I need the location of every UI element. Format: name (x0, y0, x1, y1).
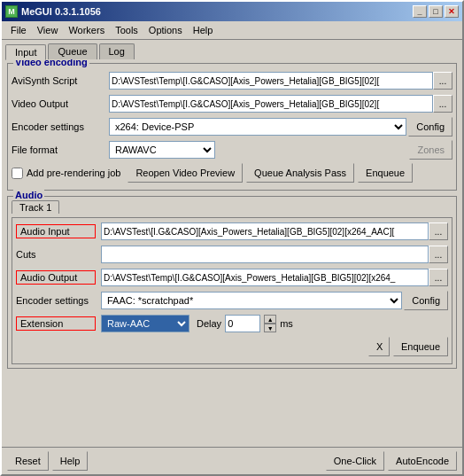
avisynth-input[interactable] (109, 72, 433, 90)
ms-label: ms (280, 318, 293, 329)
zones-button[interactable]: Zones (409, 140, 452, 160)
audio-output-row: Audio Output ... (16, 268, 448, 287)
video-encoding-label: Video encoding (13, 59, 89, 67)
file-format-dropdown[interactable]: RAWAVC (109, 141, 215, 159)
menu-help[interactable]: Help (188, 23, 219, 37)
tab-log[interactable]: Log (99, 43, 135, 59)
video-encoding-section: Video encoding AviSynth Script ... Video… (7, 63, 457, 191)
bottom-bar: Reset Help One-Click AutoEncode (2, 447, 462, 474)
reset-button[interactable]: Reset (7, 451, 49, 471)
video-output-row: Video Output ... (12, 94, 452, 113)
prerender-row: Add pre-rendering job Reopen Video Previ… (12, 163, 452, 183)
menu-options[interactable]: Options (143, 23, 188, 37)
audio-section: Audio Track 1 Audio Input ... Cuts (7, 196, 457, 369)
cuts-browse-button[interactable]: ... (429, 246, 448, 263)
file-format-row: File format RAWAVC Zones (12, 140, 452, 160)
audio-input-browse-button[interactable]: ... (429, 222, 448, 240)
menu-tools[interactable]: Tools (110, 23, 143, 37)
auto-encode-button[interactable]: AutoEncode (388, 451, 457, 471)
audio-encoder-dropdown[interactable]: FAAC: *scratchpad* (101, 292, 402, 309)
encoder-settings-row: Encoder settings x264: Device-PSP Config (12, 117, 452, 137)
maximize-button[interactable]: □ (429, 5, 443, 18)
track-1-tab[interactable]: Track 1 (12, 200, 59, 214)
delay-spinner[interactable]: ▲ ▼ (264, 315, 276, 332)
cuts-row: Cuts ... (16, 245, 448, 264)
extension-label: Extension (16, 316, 96, 331)
cuts-input[interactable] (101, 246, 429, 263)
audio-output-browse-button[interactable]: ... (429, 269, 448, 286)
title-bar: M MeGUI 0.3.1.1056 _ □ ✕ (2, 2, 462, 21)
audio-config-button[interactable]: Config (404, 291, 448, 310)
audio-output-label: Audio Output (16, 270, 96, 285)
video-enqueue-button[interactable]: Enqueue (358, 163, 413, 183)
tab-input[interactable]: Input (5, 44, 46, 60)
reopen-video-preview-button[interactable]: Reopen Video Preview (128, 163, 243, 183)
video-output-input[interactable] (109, 95, 433, 113)
encoder-settings-label: Encoder settings (12, 121, 109, 132)
help-button[interactable]: Help (52, 451, 89, 471)
avisynth-row: AviSynth Script ... (12, 71, 452, 90)
main-tabs: Input Queue Log (2, 40, 462, 59)
avisynth-label: AviSynth Script (12, 75, 109, 86)
encoder-config-button[interactable]: Config (408, 117, 452, 137)
track-1-content: Audio Input ... Cuts ... Audio (12, 217, 452, 364)
audio-input-label: Audio Input (16, 224, 96, 238)
audio-input-field[interactable] (101, 222, 429, 240)
app-icon: M (5, 5, 18, 18)
add-prerender-checkbox[interactable] (12, 168, 23, 179)
extension-row: Extension Raw-AAC Delay ▲ ▼ ms (16, 314, 448, 333)
audio-action-row: X Enqueue (16, 337, 448, 356)
window-title: MeGUI 0.3.1.1056 (21, 6, 101, 17)
delay-label: Delay (197, 318, 221, 329)
audio-input-row: Audio Input ... (16, 222, 448, 241)
audio-x-button[interactable]: X (368, 337, 390, 356)
delay-down-button[interactable]: ▼ (264, 324, 276, 332)
add-prerender-label: Add pre-rendering job (27, 168, 120, 178)
audio-encoder-row: Encoder settings FAAC: *scratchpad* Conf… (16, 291, 448, 310)
main-window: M MeGUI 0.3.1.1056 _ □ ✕ File View Worke… (0, 0, 464, 476)
delay-input[interactable] (225, 315, 260, 332)
close-button[interactable]: ✕ (445, 5, 459, 18)
video-output-browse-button[interactable]: ... (433, 95, 452, 113)
extension-dropdown[interactable]: Raw-AAC (101, 315, 189, 332)
minimize-button[interactable]: _ (413, 5, 427, 18)
audio-encoder-label: Encoder settings (16, 295, 101, 306)
one-click-button[interactable]: One-Click (326, 451, 384, 471)
menu-file[interactable]: File (5, 23, 32, 37)
tab-queue[interactable]: Queue (48, 43, 97, 59)
track-tabs: Track 1 (12, 200, 452, 214)
encoder-settings-dropdown[interactable]: x264: Device-PSP (109, 118, 406, 136)
audio-label: Audio (13, 190, 44, 200)
menu-bar: File View Workers Tools Options Help (2, 21, 462, 40)
cuts-label: Cuts (16, 249, 101, 260)
audio-output-field[interactable] (101, 269, 429, 286)
content-area: Video encoding AviSynth Script ... Video… (2, 59, 462, 447)
video-output-label: Video Output (12, 98, 109, 109)
file-format-label: File format (12, 144, 109, 155)
delay-up-button[interactable]: ▲ (264, 315, 276, 324)
audio-enqueue-button[interactable]: Enqueue (393, 337, 448, 356)
menu-view[interactable]: View (32, 23, 64, 37)
queue-analysis-pass-button[interactable]: Queue Analysis Pass (246, 163, 354, 183)
avisynth-browse-button[interactable]: ... (433, 72, 452, 90)
menu-workers[interactable]: Workers (63, 23, 110, 37)
